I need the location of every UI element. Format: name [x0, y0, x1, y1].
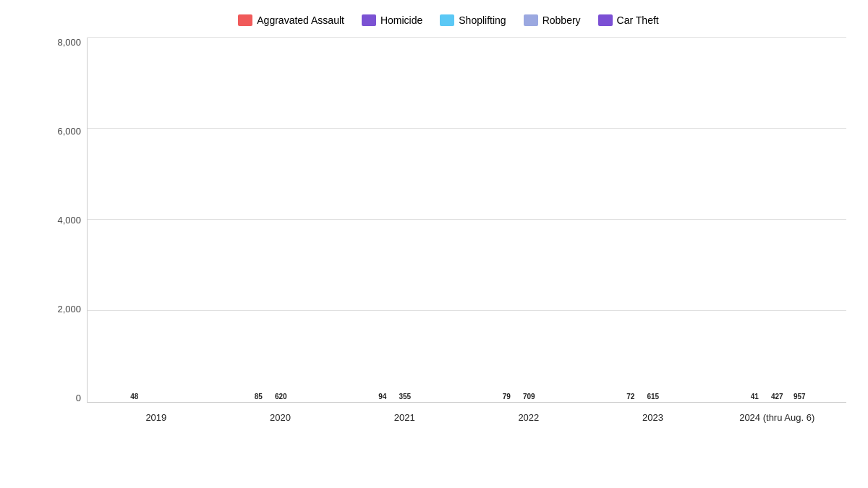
legend-swatch [238, 14, 252, 26]
bar-value-label: 85 [255, 393, 263, 401]
bar-col: 355 [395, 393, 415, 402]
bar-value-label-inside: 4,263 [440, 390, 460, 399]
legend-label: Car Theft [617, 14, 659, 26]
bar-value-label-inside: 2,990 [192, 390, 212, 399]
year-group: 2,882856201,8304,099 [219, 393, 344, 402]
chart-container: Aggravated AssaultHomicideShopliftingRob… [0, 0, 868, 488]
year-group: 2,277481,1341,3212,990 [95, 393, 219, 402]
bar-value-label-inside: 2,277 [102, 390, 122, 399]
bar-value-label-inside: 1,321 [169, 390, 190, 399]
bar-value-label: 41 [751, 393, 759, 401]
bar-value-label: 72 [626, 393, 634, 401]
bar-value-label-inside: 2,955 [598, 390, 618, 399]
year-group: 3,044943552,2214,263 [343, 393, 467, 402]
x-tick-label: 2020 [218, 412, 343, 423]
bar-value-label-inside: 1,447 [665, 390, 686, 399]
year-group: 3,072797091,7986,283 [467, 393, 592, 402]
bar-value-label: 355 [399, 393, 411, 401]
legend-item: Car Theft [598, 14, 659, 26]
legend-item: Robbery [524, 14, 581, 26]
bar-value-label-inside: 1,765 [722, 390, 742, 399]
bar-value-label: 94 [378, 393, 386, 401]
bar-value-label-inside: 3,072 [474, 390, 494, 399]
chart-legend: Aggravated AssaultHomicideShopliftingRob… [51, 14, 846, 26]
x-labels: 201920202021202220232024 (thru Aug. 6) [87, 403, 846, 432]
bar-col: 48 [124, 393, 145, 402]
legend-label: Robbery [542, 14, 581, 26]
bar-value-label: 427 [771, 393, 783, 401]
legend-item: Aggravated Assault [238, 14, 344, 26]
x-tick-label: 2019 [94, 412, 218, 423]
y-axis: 02,0004,0006,0008,000 [51, 38, 87, 403]
legend-swatch [524, 14, 538, 26]
legend-label: Homicide [380, 14, 422, 26]
bar-col: 620 [271, 393, 291, 402]
x-tick-label: 2023 [591, 412, 715, 423]
bars-wrapper: 2,277481,1341,3212,9902,882856201,8304,0… [88, 38, 846, 402]
x-tick-label: 2021 [342, 412, 467, 423]
bar-value-label: 957 [793, 393, 806, 401]
bar-value-label-inside: 1,798 [541, 390, 561, 399]
bar-col: 85 [248, 393, 268, 402]
bar-col: 79 [496, 393, 516, 402]
legend-label: Shoplifting [459, 14, 506, 26]
bar-value-label-inside: 2,882 [226, 390, 246, 399]
legend-swatch [440, 14, 454, 26]
bar-value-label: 615 [647, 393, 659, 401]
bar-value-label: 620 [275, 393, 287, 401]
bar-value-label-inside: 1,134 [147, 390, 167, 399]
bar-col: 94 [373, 393, 393, 402]
legend-swatch [362, 14, 376, 26]
bar-value-label: 79 [503, 393, 511, 401]
legend-label: Aggravated Assault [257, 14, 344, 26]
bar-value-label: 709 [523, 393, 535, 401]
legend-item: Homicide [362, 14, 422, 26]
y-tick-label: 2,000 [57, 304, 81, 314]
bar-value-label-inside: 3,044 [350, 390, 370, 399]
y-tick-label: 4,000 [57, 215, 81, 225]
chart-area: 02,0004,0006,0008,000 2,277481,1341,3212… [51, 38, 846, 432]
y-tick-label: 8,000 [57, 38, 81, 47]
bar-col: 41 [744, 393, 765, 402]
bar-value-label-inside: 3,929 [812, 390, 832, 399]
legend-swatch [598, 14, 613, 26]
bar-col: 427 [767, 393, 787, 402]
year-group: 1,765414279573,929 [715, 393, 840, 402]
grid-and-bars: 2,277481,1341,3212,9902,882856201,8304,0… [87, 38, 846, 403]
bar-col: 615 [643, 393, 663, 402]
x-tick-label: 2022 [467, 412, 591, 423]
bar-col: 72 [621, 393, 641, 402]
y-tick-label: 6,000 [57, 127, 81, 136]
y-tick-label: 0 [76, 393, 81, 403]
bar-value-label-inside: 2,221 [417, 390, 438, 399]
year-group: 2,955726151,4477,867 [591, 393, 715, 402]
bar-value-label: 48 [130, 393, 138, 401]
legend-item: Shoplifting [440, 14, 506, 26]
bar-col: 957 [789, 393, 809, 402]
x-tick-label: 2024 (thru Aug. 6) [715, 412, 839, 423]
bar-value-label-inside: 4,099 [315, 390, 336, 399]
bar-col: 709 [519, 393, 539, 402]
bar-value-label-inside: 1,830 [293, 390, 313, 399]
